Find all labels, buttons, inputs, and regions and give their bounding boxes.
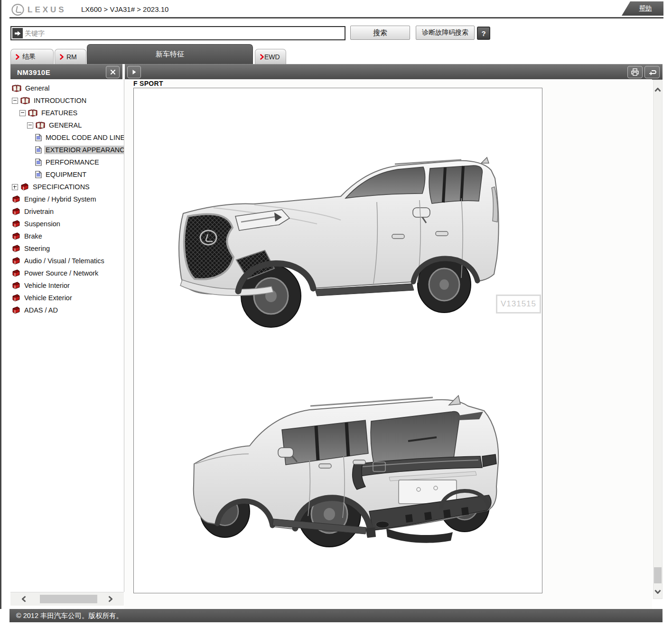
keyword-search-field[interactable] xyxy=(10,26,345,40)
closed-book-icon xyxy=(12,195,20,203)
document-icon xyxy=(35,134,42,141)
lexus-logo: LEXUS xyxy=(11,3,66,16)
closed-book-icon xyxy=(20,183,29,191)
tree-item-engine-hybrid[interactable]: Engine / Hybrid System xyxy=(10,193,124,205)
closed-book-icon xyxy=(12,257,20,265)
search-button[interactable]: 搜索 xyxy=(350,26,410,40)
closed-book-icon xyxy=(12,306,20,314)
header-divider xyxy=(9,17,663,18)
return-arrow-icon[interactable] xyxy=(644,66,660,78)
tree-item-audio-visual[interactable]: Audio / Visual / Telematics xyxy=(10,255,124,267)
close-icon[interactable] xyxy=(106,66,120,78)
tree-item-performance[interactable]: PERFORMANCE xyxy=(10,156,124,168)
red-chevron-icon xyxy=(60,54,64,60)
tab-new-car-features[interactable]: 新车特征 xyxy=(87,44,253,64)
open-book-icon xyxy=(20,97,30,104)
tree-item-power-network[interactable]: Power Source / Network xyxy=(10,267,124,279)
tab-rm[interactable]: RM xyxy=(55,49,86,64)
tab-results[interactable]: 结果 xyxy=(10,49,54,64)
closed-book-icon xyxy=(12,282,20,289)
closed-book-icon xyxy=(12,245,20,252)
tree-item-adas[interactable]: ADAS / AD xyxy=(10,304,124,316)
search-help-icon[interactable]: ? xyxy=(477,27,490,40)
tree-item-general-sub[interactable]: GENERAL xyxy=(10,119,124,131)
tree-item-steering[interactable]: Steering xyxy=(10,242,124,255)
window-left-border xyxy=(0,0,1,609)
scroll-left-icon[interactable] xyxy=(19,595,28,603)
copyright-footer: © 2012 丰田汽车公司。版权所有。 xyxy=(9,609,663,622)
tree-item-specifications[interactable]: SPECIFICATIONS xyxy=(10,181,124,193)
document-icon xyxy=(35,146,42,154)
tree-item-vehicle-exterior[interactable]: Vehicle Exterior xyxy=(10,292,124,304)
closed-book-icon xyxy=(12,220,20,228)
expand-expander-icon[interactable] xyxy=(12,184,18,190)
collapse-expander-icon[interactable] xyxy=(12,98,18,104)
open-book-icon xyxy=(36,121,45,129)
tree-item-general[interactable]: General xyxy=(10,82,124,94)
help-button[interactable]: 帮助 xyxy=(622,1,663,16)
scroll-up-icon[interactable] xyxy=(653,85,662,94)
document-icon xyxy=(35,171,42,178)
collapse-expander-icon[interactable] xyxy=(19,110,26,116)
figure-frame: V131515 xyxy=(133,88,542,593)
document-tree: General INTRODUCTION FEATURES GENERAL MO… xyxy=(10,79,124,316)
content-header-bar xyxy=(125,64,663,80)
sidebar-header-bar: NM3910E xyxy=(10,64,122,80)
selected-tree-label: EXTERIOR APPEARANCE xyxy=(44,146,124,154)
open-book-icon xyxy=(28,109,37,117)
red-chevron-icon xyxy=(16,54,19,60)
car-front-quarter-illustration xyxy=(155,141,506,331)
tree-item-brake[interactable]: Brake xyxy=(10,230,124,242)
breadcrumb: LX600 > VJA31# > 2023.10 xyxy=(81,5,168,13)
tree-item-equipment[interactable]: EQUIPMENT xyxy=(10,168,124,181)
sidebar-horizontal-scrollbar[interactable] xyxy=(10,592,124,606)
car-rear-quarter-illustration xyxy=(168,344,524,558)
scroll-down-icon[interactable] xyxy=(653,587,662,596)
document-icon xyxy=(35,158,42,166)
closed-book-icon xyxy=(12,208,20,215)
red-chevron-icon xyxy=(260,54,264,60)
top-bar: LEXUS LX600 > VJA31# > 2023.10 帮助 xyxy=(1,0,672,17)
tab-ewd[interactable]: EWD xyxy=(255,49,286,64)
tree-item-drivetrain[interactable]: Drivetrain xyxy=(10,205,124,218)
print-icon[interactable] xyxy=(627,66,643,78)
closed-book-icon xyxy=(12,269,20,277)
closed-book-icon xyxy=(12,232,20,240)
search-input[interactable] xyxy=(24,28,345,38)
scroll-right-icon[interactable] xyxy=(105,595,115,603)
navigation-sidebar: General INTRODUCTION FEATURES GENERAL MO… xyxy=(10,79,124,592)
figure-id-badge: V131515 xyxy=(496,295,541,314)
open-book-icon xyxy=(12,84,21,92)
content-vertical-scrollbar[interactable] xyxy=(653,80,663,599)
figure-title: F SPORT xyxy=(133,80,163,87)
expand-panel-icon[interactable] xyxy=(127,66,141,78)
tree-item-model-code[interactable]: MODEL CODE AND LINE- xyxy=(10,131,124,144)
copyright-text: © 2012 丰田汽车公司。版权所有。 xyxy=(16,611,123,620)
arrow-right-icon xyxy=(12,28,23,38)
tree-item-suspension[interactable]: Suspension xyxy=(10,218,124,230)
tree-item-introduction[interactable]: INTRODUCTION xyxy=(10,94,124,107)
closed-book-icon xyxy=(12,294,20,302)
tree-item-exterior-appearance[interactable]: EXTERIOR APPEARANCE xyxy=(10,144,124,156)
vertical-scrollbar-thumb[interactable] xyxy=(654,567,662,583)
dtc-search-button[interactable]: 诊断故障码搜索 xyxy=(416,26,475,40)
tree-item-features[interactable]: FEATURES xyxy=(10,107,124,119)
lexus-emblem-icon xyxy=(11,3,24,16)
tree-item-vehicle-interior[interactable]: Vehicle Interior xyxy=(10,279,124,292)
document-id: NM3910E xyxy=(17,68,50,76)
brand-text: LEXUS xyxy=(28,5,66,15)
collapse-expander-icon[interactable] xyxy=(27,122,33,129)
horizontal-scrollbar-thumb[interactable] xyxy=(40,595,97,603)
